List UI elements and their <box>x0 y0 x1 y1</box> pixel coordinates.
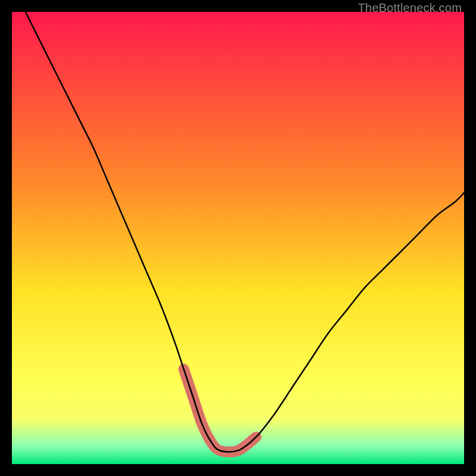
gradient-background <box>12 12 464 464</box>
bottleneck-chart <box>12 12 464 464</box>
chart-frame <box>12 12 464 464</box>
watermark-text: TheBottleneck.com <box>358 1 462 15</box>
